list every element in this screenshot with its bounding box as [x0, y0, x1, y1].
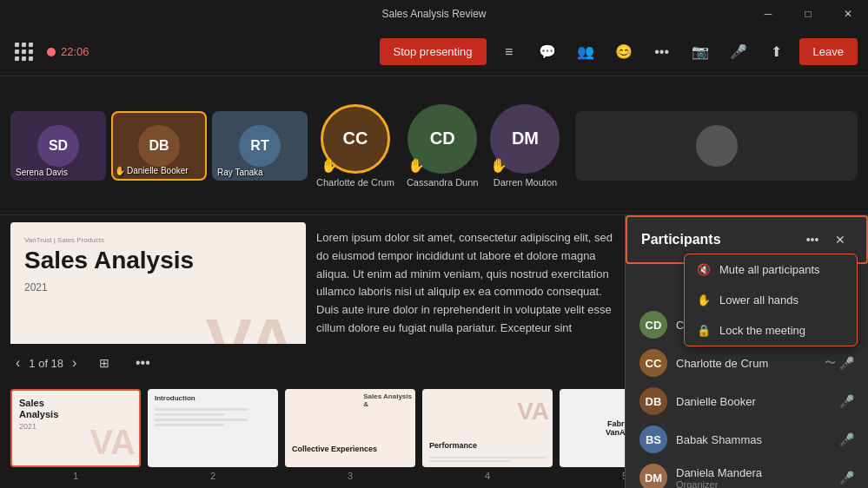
name-charlotte: Charlotte de Crum	[676, 357, 816, 370]
slide-body-text: Lorem ipsum dolor sit amet, consectetur …	[316, 229, 614, 337]
stop-presenting-button[interactable]: Stop presenting	[380, 38, 487, 65]
role-daniela: Organizer	[676, 479, 831, 489]
thumb-num-4: 4	[485, 471, 490, 481]
video-thumb-danielle[interactable]: DB ✋Danielle Booker	[111, 111, 207, 181]
leave-button[interactable]: Leave	[799, 38, 858, 65]
mic-danielle: 🎤	[839, 394, 854, 408]
slide-viewer: VanTrust | Sales Products Sales Analysis…	[0, 215, 625, 344]
avatar-label-cassandra: Cassandra Dunn	[407, 177, 479, 188]
thumb-num-1: 1	[73, 471, 78, 481]
video-label-danielle: ✋Danielle Booker	[115, 166, 189, 175]
participants-panel-title: Participants	[641, 232, 721, 247]
remote-video-tile	[575, 111, 858, 181]
slide-year: 2021	[24, 281, 292, 293]
avatar-wrapper-charlotte: CC ✋ Charlotte de Crum	[316, 104, 394, 188]
context-lock-meeting[interactable]: 🔒 Lock the meeting	[685, 315, 857, 346]
context-mute-all[interactable]: 🔇 Mute all participants	[685, 254, 857, 285]
participant-daniela[interactable]: DM Daniela Mandera Organizer 🎤	[626, 458, 868, 488]
slide-main: VanTrust | Sales Products Sales Analysis…	[10, 222, 306, 344]
avatar-charlotte: CC	[639, 349, 667, 377]
recording-time: 22:06	[61, 45, 89, 58]
context-menu: 🔇 Mute all participants ✋ Lower all hand…	[684, 254, 858, 346]
presentation-area: VanTrust | Sales Products Sales Analysis…	[0, 215, 625, 488]
avatar-danielle: DB	[639, 387, 667, 415]
avatar-label-darren: Darren Mouton	[494, 177, 557, 188]
mic-babak: 🎤	[839, 432, 854, 446]
name-babak: Babak Shammas	[676, 433, 831, 446]
avatar-wrapper-darren: DM ✋ Darren Mouton	[490, 104, 560, 188]
mic-daniela: 🎤	[839, 471, 854, 485]
slide-watermark: VA	[206, 309, 297, 344]
slide-nav: ‹ 1 of 18 › ⊞ •••	[0, 344, 625, 382]
slide-more-btn[interactable]: •••	[127, 347, 158, 379]
slide-counter: 1 of 18	[29, 357, 63, 370]
video-thumb-serena[interactable]: SD Serena Davis	[10, 111, 106, 181]
video-strip: SD Serena Davis DB ✋Danielle Booker RT R…	[0, 76, 868, 215]
toolbar-left: 22:06	[10, 38, 373, 66]
thumb-item-3: Collective Experiences Sales Analysis& 3	[285, 389, 415, 481]
thumb-slide-1[interactable]: SalesAnalysis 2021 VA	[10, 389, 141, 467]
mic-icon[interactable]: 🎤	[723, 36, 754, 68]
chat-menu-icon[interactable]: ≡	[494, 36, 525, 68]
avatar-wrapper-cassandra: CD ✋ Cassandra Dunn	[407, 104, 479, 188]
app-menu-icon[interactable]	[10, 38, 38, 66]
video-thumb-ray[interactable]: RT Ray Tanaka	[212, 111, 308, 181]
slide-main-title: Sales Analysis	[24, 247, 292, 274]
context-lower-hands[interactable]: ✋ Lower all hands	[685, 285, 857, 315]
slide-nav-controls: ‹ 1 of 18 ›	[10, 353, 82, 373]
avatar-cassandra: CD	[639, 311, 667, 339]
participants-more-btn[interactable]: •••	[800, 228, 825, 252]
panel-header-actions: ••• ✕	[800, 228, 852, 252]
reactions-icon[interactable]: 😊	[608, 36, 639, 68]
recording-dot	[47, 48, 56, 56]
avatar-babak: BS	[639, 425, 667, 453]
recording-indicator: 22:06	[47, 45, 89, 58]
chat-icon[interactable]: 💬	[532, 36, 563, 68]
thumb-item-5: FabrikamVanArsdel — 5	[560, 389, 625, 481]
slide-next-button[interactable]: ›	[67, 353, 82, 373]
video-label-serena: Serena Davis	[16, 168, 68, 177]
video-label-ray: Ray Tanaka	[217, 168, 263, 177]
participant-babak[interactable]: BS Babak Shammas 🎤	[626, 420, 868, 458]
toolbar-right: ≡ 💬 👥 😊 ••• 📷 🎤 ⬆ Leave	[494, 36, 858, 68]
participant-charlotte[interactable]: CC Charlotte de Crum 〜 🎤	[626, 344, 868, 382]
thumb-slide-3[interactable]: Collective Experiences Sales Analysis&	[285, 389, 415, 467]
name-daniela: Daniela Mandera	[676, 466, 831, 479]
more-options-icon[interactable]: •••	[646, 36, 678, 68]
toolbar-center: Stop presenting	[380, 38, 487, 65]
participants-close-btn[interactable]: ✕	[828, 228, 852, 252]
minimize-button[interactable]: ─	[748, 0, 788, 28]
mic-charlotte: 🎤	[839, 356, 854, 370]
wave-charlotte: 〜	[825, 355, 836, 371]
slide-text-area: Lorem ipsum dolor sit amet, consectetur …	[316, 222, 614, 337]
share-icon[interactable]: ⬆	[761, 36, 792, 68]
window-title: Sales Analysis Review	[381, 8, 486, 20]
slide-prev-button[interactable]: ‹	[10, 353, 25, 373]
main-content: VanTrust | Sales Products Sales Analysis…	[0, 215, 868, 488]
lower-hands-icon: ✋	[697, 293, 711, 307]
participant-danielle[interactable]: DB Danielle Booker 🎤	[626, 382, 868, 420]
thumb-slide-5[interactable]: FabrikamVanArsdel —	[560, 389, 625, 467]
people-icon[interactable]: 👥	[570, 36, 601, 68]
slide-grid-view-btn[interactable]: ⊞	[89, 347, 120, 379]
lock-icon: 🔒	[697, 324, 711, 337]
thumb-item-1: SalesAnalysis 2021 VA 1	[10, 389, 141, 481]
thumb-num-3: 3	[348, 471, 353, 481]
maximize-button[interactable]: □	[788, 0, 828, 28]
thumb-num-2: 2	[210, 471, 215, 481]
thumb-item-4: VA Performance 4	[422, 389, 553, 481]
mute-all-icon: 🔇	[697, 263, 711, 276]
camera-icon[interactable]: 📷	[685, 36, 716, 68]
participants-panel: Participants ••• ✕ 🔇 Mute all participan…	[625, 215, 868, 488]
thumb-slide-4[interactable]: VA Performance	[422, 389, 553, 467]
window-controls: ─ □ ✕	[748, 0, 868, 28]
title-bar: Sales Analysis Review ─ □ ✕	[0, 0, 868, 28]
slide-thumbnails: SalesAnalysis 2021 VA 1 Introduction	[0, 382, 625, 488]
thumb-item-2: Introduction 2	[148, 389, 278, 481]
name-danielle: Danielle Booker	[676, 395, 831, 408]
toolbar: 22:06 Stop presenting ≡ 💬 👥 😊 ••• 📷 🎤 ⬆ …	[0, 28, 868, 76]
avatar-label-charlotte: Charlotte de Crum	[316, 177, 394, 188]
avatar-daniela: DM	[639, 464, 667, 488]
close-button[interactable]: ✕	[828, 0, 868, 28]
thumb-slide-2[interactable]: Introduction	[148, 389, 278, 467]
